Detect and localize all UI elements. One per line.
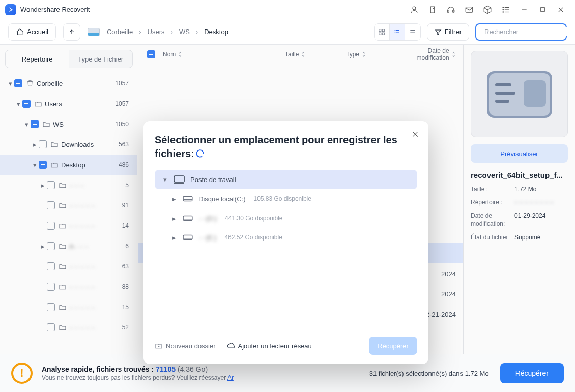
svg-point-5 bbox=[503, 9, 504, 10]
location-disk[interactable]: ▸····(D:)441.30 Go disponible bbox=[155, 208, 417, 228]
folder-plus-icon bbox=[155, 342, 163, 350]
filter-button[interactable]: Filtrer bbox=[427, 23, 469, 41]
svg-rect-3 bbox=[466, 7, 473, 12]
home-icon bbox=[16, 28, 24, 36]
filter-label: Filtrer bbox=[445, 28, 462, 36]
disk-available: 441.30 Go disponible bbox=[225, 215, 282, 222]
up-button[interactable] bbox=[63, 23, 80, 41]
mail-icon[interactable] bbox=[460, 0, 478, 19]
drive-icon bbox=[88, 28, 100, 36]
svg-point-6 bbox=[503, 11, 504, 12]
svg-rect-17 bbox=[382, 33, 384, 35]
location-disk[interactable]: ▸····(E:)462.52 Go disponible bbox=[155, 228, 417, 247]
modal-close-button[interactable] bbox=[409, 128, 421, 140]
crumb-desktop[interactable]: Desktop bbox=[204, 28, 228, 36]
app-title: Wondershare Recoverit bbox=[20, 6, 90, 13]
headset-icon[interactable] bbox=[442, 0, 460, 19]
svg-rect-15 bbox=[382, 29, 384, 31]
share-icon[interactable] bbox=[423, 0, 442, 19]
chevron-down-icon: ▾ bbox=[162, 176, 168, 184]
location-list: ▾ Poste de travail ▸Disque local(C:)105.… bbox=[155, 170, 417, 330]
svg-rect-45 bbox=[183, 235, 192, 240]
svg-point-0 bbox=[413, 7, 416, 10]
modal-recover-button[interactable]: Récupérer bbox=[369, 337, 417, 355]
search-input[interactable] bbox=[483, 27, 571, 36]
disk-icon bbox=[182, 233, 193, 242]
svg-rect-2 bbox=[453, 10, 454, 12]
svg-rect-14 bbox=[379, 29, 381, 31]
title-bar: Wondershare Recoverit bbox=[0, 0, 575, 19]
list-icon[interactable] bbox=[497, 0, 515, 19]
location-disk[interactable]: ▸Disque local(C:)105.83 Go disponible bbox=[155, 189, 417, 208]
svg-rect-41 bbox=[183, 197, 192, 201]
new-folder-button[interactable]: Nouveau dossier bbox=[155, 342, 216, 350]
disk-icon bbox=[182, 214, 193, 222]
disk-icon bbox=[182, 195, 193, 203]
view-list-button[interactable] bbox=[390, 24, 405, 40]
warning-icon: ! bbox=[11, 363, 33, 384]
scan-hint: Vous ne trouvez toujours pas les fichier… bbox=[42, 374, 234, 381]
recover-button[interactable]: Récupérer bbox=[500, 363, 564, 383]
app-logo bbox=[5, 4, 16, 15]
selection-info: 31 fichier(s) sélectionné(s) dans 1.72 M… bbox=[369, 370, 489, 377]
location-label: Poste de travail bbox=[190, 176, 236, 184]
add-network-drive-button[interactable]: Ajouter un lecteur réseau bbox=[227, 342, 312, 350]
home-label: Accueil bbox=[27, 28, 48, 36]
svg-point-4 bbox=[503, 7, 504, 8]
view-mode-segment bbox=[374, 23, 421, 41]
modal-title: Sélectionner un emplacement pour enregis… bbox=[155, 133, 417, 161]
retry-link[interactable]: Ar bbox=[227, 374, 234, 381]
svg-rect-11 bbox=[540, 8, 544, 12]
chevron-right-icon: ▸ bbox=[171, 215, 177, 222]
chevron-right-icon: › bbox=[139, 28, 141, 36]
minimize-icon[interactable] bbox=[515, 0, 533, 19]
home-button[interactable]: Accueil bbox=[8, 23, 56, 41]
close-icon[interactable] bbox=[552, 0, 570, 19]
crumb-corbeille[interactable]: Corbeille bbox=[107, 28, 133, 36]
view-grid-button[interactable] bbox=[375, 24, 390, 40]
maximize-icon[interactable] bbox=[533, 0, 552, 19]
filter-icon bbox=[435, 28, 442, 36]
breadcrumb: Corbeille › Users › WS › Desktop bbox=[107, 28, 228, 36]
svg-rect-16 bbox=[379, 33, 381, 35]
crumb-ws[interactable]: WS bbox=[179, 28, 190, 36]
spinner-icon bbox=[195, 149, 205, 158]
disk-name: ····(D:) bbox=[198, 215, 217, 222]
svg-rect-1 bbox=[447, 10, 449, 12]
cloud-icon bbox=[227, 342, 235, 350]
modal-footer: Nouveau dossier Ajouter un lecteur résea… bbox=[155, 330, 417, 355]
scan-summary: Analyse rapide, fichiers trouvés : 71105… bbox=[42, 365, 234, 373]
account-icon[interactable] bbox=[405, 0, 423, 19]
chevron-right-icon: ▸ bbox=[171, 234, 177, 242]
svg-rect-39 bbox=[174, 176, 184, 182]
view-compact-button[interactable] bbox=[405, 24, 420, 40]
disk-available: 105.83 Go disponible bbox=[253, 195, 311, 202]
package-icon[interactable] bbox=[478, 0, 497, 19]
chevron-right-icon: › bbox=[171, 28, 173, 36]
toolbar: Accueil Corbeille › Users › WS › Desktop… bbox=[0, 19, 575, 45]
crumb-users[interactable]: Users bbox=[148, 28, 165, 36]
arrow-up-icon bbox=[68, 28, 75, 36]
disk-name: Disque local(C:) bbox=[198, 195, 245, 203]
chevron-right-icon: › bbox=[196, 28, 198, 36]
chevron-right-icon: ▸ bbox=[171, 195, 177, 203]
search-field[interactable] bbox=[475, 23, 567, 41]
svg-rect-43 bbox=[183, 216, 192, 221]
location-root[interactable]: ▾ Poste de travail bbox=[155, 170, 417, 189]
disk-available: 462.52 Go disponible bbox=[224, 234, 282, 241]
disk-name: ····(E:) bbox=[198, 234, 216, 242]
computer-icon bbox=[173, 175, 185, 184]
save-location-modal: Sélectionner un emplacement pour enregis… bbox=[143, 121, 428, 364]
